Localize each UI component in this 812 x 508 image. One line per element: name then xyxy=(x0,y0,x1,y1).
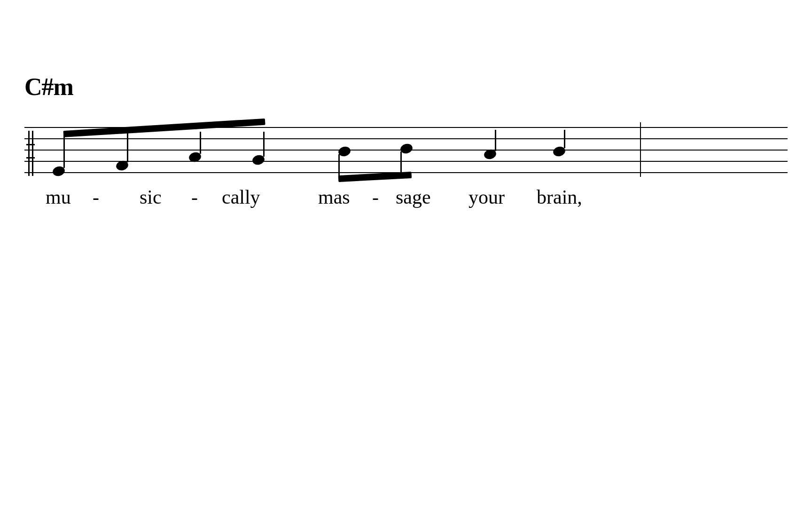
note-stem-2 xyxy=(127,132,128,162)
lyric-hyphen-3: - xyxy=(372,186,379,208)
lyric-mu: mu xyxy=(46,186,71,208)
lyric-hyphen-1: - xyxy=(93,186,99,208)
staff-line-4 xyxy=(24,161,788,162)
lyric-hyphen-2: - xyxy=(191,186,198,208)
lyric-your: your xyxy=(468,186,505,208)
chord-label: C#m xyxy=(24,73,73,101)
lyric-mas: mas xyxy=(318,186,350,208)
lyric-cally: cally xyxy=(222,186,260,208)
staff: mu - sic - cally mas - sage your brain, xyxy=(24,127,788,202)
lyric-sic: sic xyxy=(140,186,162,208)
note-stem-3 xyxy=(200,132,201,154)
lyric-brain: brain, xyxy=(537,186,582,208)
note-stem-4 xyxy=(263,132,265,157)
note-stem-5 xyxy=(338,154,340,178)
note-stem-7 xyxy=(495,130,496,151)
barline-end xyxy=(640,122,641,177)
music-score: C#m xyxy=(0,0,812,508)
staff-line-2 xyxy=(24,138,788,139)
lyric-sage: sage xyxy=(396,186,431,208)
note-stem-8 xyxy=(564,130,565,148)
